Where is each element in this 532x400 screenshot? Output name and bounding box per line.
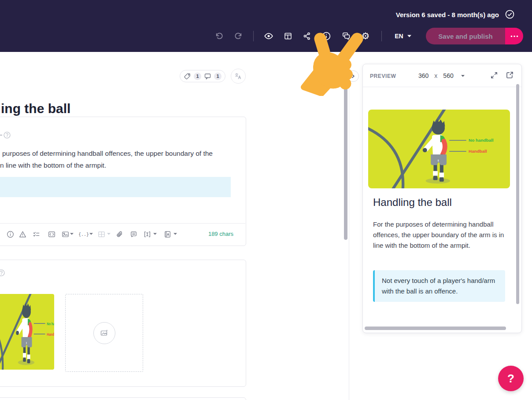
- text-block-line1[interactable]: purposes of determining handball offence…: [2, 150, 213, 158]
- note-tool-button[interactable]: [128, 228, 139, 240]
- layout-button[interactable]: [282, 30, 294, 42]
- help-icon[interactable]: [3, 131, 11, 139]
- toolbar-separator: [0, 223, 245, 224]
- more-options-button[interactable]: [505, 28, 523, 44]
- annotations-pill[interactable]: 1 1: [180, 70, 225, 82]
- chevron-down-icon[interactable]: [70, 233, 74, 235]
- toolbar-divider: [381, 31, 382, 41]
- image-upload-placeholder[interactable]: [65, 294, 143, 372]
- chevron-down-icon[interactable]: [153, 233, 157, 235]
- preview-size-selector[interactable]: 360 x 560: [417, 70, 466, 82]
- pointing-hand-cursor: [299, 31, 368, 96]
- topbar: Version 6 saved - 8 month(s) ago: [0, 0, 532, 52]
- translate-button[interactable]: [231, 69, 246, 84]
- save-and-publish-button[interactable]: Save and publish: [426, 28, 505, 44]
- preview-card-callout: Not every touch of a player's hand/arm w…: [373, 270, 505, 302]
- language-label: EN: [395, 33, 403, 40]
- svg-text:{..}: {..}: [79, 232, 89, 237]
- lesson-title-field[interactable]: ing the ball: [1, 101, 70, 116]
- tag-count-badge: 1: [194, 73, 201, 80]
- attachment-tool-button[interactable]: [114, 228, 125, 240]
- translate-icon: [234, 72, 242, 80]
- ellipsis-icon: [510, 35, 518, 37]
- chevron-down-icon: [407, 35, 411, 37]
- chevron-down-icon: [461, 75, 465, 77]
- preview-panel: PREVIEW 360 x 560 Handling the ball: [362, 64, 522, 333]
- warning-tool-button[interactable]: [17, 228, 28, 240]
- block-label-fragment: [0, 135, 2, 136]
- image-thumbnail[interactable]: [0, 294, 54, 370]
- help-button[interactable]: ?: [498, 366, 524, 391]
- open-external-icon: [506, 71, 514, 79]
- chevron-down-icon[interactable]: [89, 233, 93, 235]
- character-count: 189 chars: [176, 231, 233, 237]
- preview-width: 360: [418, 72, 429, 79]
- redo-button[interactable]: [232, 30, 244, 42]
- chevron-down-icon: [107, 233, 111, 235]
- toolbar-divider: [253, 31, 254, 41]
- comment-icon: [204, 73, 211, 80]
- preview-header: PREVIEW 360 x 560: [363, 64, 521, 87]
- tag-icon: [184, 73, 191, 80]
- variable-tool-button[interactable]: {..}: [78, 228, 89, 240]
- preview-label: PREVIEW: [370, 73, 396, 79]
- glossary-tool-button[interactable]: [162, 228, 173, 240]
- highlight-block[interactable]: every touch of a player's hand/arm with …: [0, 177, 231, 197]
- image-tool-button[interactable]: [59, 228, 71, 240]
- next-block-card: [0, 397, 246, 400]
- code-block-tool-button[interactable]: [46, 228, 57, 240]
- help-icon[interactable]: [0, 269, 5, 277]
- info-tool-button[interactable]: [4, 228, 16, 240]
- preview-vertical-scrollbar[interactable]: [516, 84, 519, 304]
- language-selector[interactable]: EN: [390, 30, 416, 42]
- preview-eye-button[interactable]: [262, 30, 275, 42]
- size-separator: x: [434, 72, 437, 79]
- fullscreen-preview-button[interactable]: [490, 71, 498, 79]
- preview-card-title: Handling the ball: [373, 196, 452, 209]
- undo-button[interactable]: [213, 30, 225, 42]
- placeholder-brackets-tool-button[interactable]: [141, 228, 153, 240]
- panel-divider: [349, 52, 349, 400]
- preview-card-body: For the purposes of determining handball…: [373, 219, 507, 251]
- expand-icon: [490, 71, 498, 79]
- checklist-tool-button[interactable]: [30, 228, 42, 240]
- open-preview-external-button[interactable]: [506, 71, 514, 79]
- table-tool-button: [96, 228, 107, 240]
- app-screen: No handball Handball Version 6 saved - 8…: [0, 0, 532, 400]
- version-status: Version 6 saved - 8 month(s) ago: [396, 11, 499, 18]
- preview-horizontal-scrollbar[interactable]: [365, 327, 506, 330]
- add-image-icon: [93, 322, 115, 344]
- saved-check-icon: [505, 9, 515, 19]
- comment-count-badge: 1: [214, 73, 222, 80]
- text-block-line2[interactable]: n line with the bottom of the armpit.: [0, 161, 106, 169]
- preview-height: 560: [443, 72, 453, 79]
- preview-illustration: [368, 110, 510, 188]
